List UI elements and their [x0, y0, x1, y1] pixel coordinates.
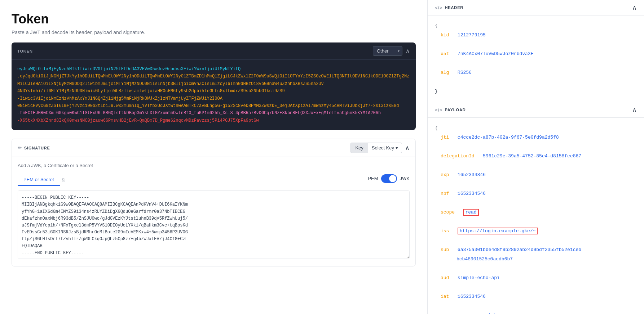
- key-button[interactable]: Key: [350, 143, 367, 153]
- right-panel: </> HEADER ∧ { kid 1212779195 x5t 7nK4AC…: [428, 0, 644, 314]
- payload-aud-value: simple-echo-api: [458, 275, 500, 281]
- payload-iss-row: iss https://login.example.gke/~: [435, 226, 637, 236]
- token-line-7: -X65tkX4XbXZnrd8IkQK0nwsNMC0jzauw66PmsvH…: [17, 118, 259, 123]
- payload-nbf-key: nbf: [441, 191, 449, 196]
- payload-iat-key: iat: [441, 294, 449, 299]
- payload-exp-row: exp 1652334846: [435, 170, 637, 180]
- payload-scope-row: scope read: [435, 208, 637, 217]
- pem-textarea[interactable]: -----BEGIN PUBLIC KEY----- MIIBIjANBgkqh…: [18, 190, 410, 259]
- payload-section: </> PAYLOAD ∧ { jti c4cce2dc-a87b-402a-9…: [428, 102, 644, 314]
- payload-sub-value-2: bcb48901525c0acdb6b7: [435, 256, 513, 262]
- token-line-1: eyJraWQiOiIxMjEyNzc5MTk1IiwieDV0IjoiN25L…: [17, 67, 241, 72]
- token-dropdown-wrapper: Other Bearer ▾: [373, 46, 402, 56]
- payload-iss-value: https://login.example.gke/~: [458, 228, 538, 234]
- pem-toggle-label: PEM: [368, 176, 378, 181]
- payload-delegationId-key: delegationId: [441, 153, 475, 159]
- sig-top-row: Add a JWK, a Certificate or a Secret: [18, 163, 410, 168]
- payload-open-brace: {: [435, 125, 438, 131]
- header-section-title: </> HEADER: [435, 5, 463, 10]
- left-panel: Token Paste a JWT and decode its header,…: [0, 0, 428, 314]
- token-line-6: -tmECfEJGRwCXmlG0kguwKwC1IStExU6-KBGQlsf…: [17, 111, 381, 116]
- payload-delegationId-value: 5961c29e-39a5-4752-85e4-d8158fee867: [483, 153, 581, 159]
- payload-delegationId-row: delegationId 5961c29e-39a5-4752-85e4-d81…: [435, 152, 637, 161]
- header-x5t-row: x5t 7nK4ACx07TuVwD5wJoz0rbdvaXE: [435, 49, 637, 59]
- jwk-toggle-label: JWK: [400, 176, 410, 181]
- payload-exp-value: 1652334846: [458, 172, 486, 178]
- chevron-down-icon: ▾: [396, 145, 398, 151]
- tab-pem-or-secret[interactable]: PEM or Secret: [18, 174, 60, 186]
- sig-hint: Add a JWK, a Certificate or a Secret: [18, 163, 93, 168]
- header-alg-key: alg: [441, 70, 449, 75]
- header-section: </> HEADER ∧ { kid 1212779195 x5t 7nK4AC…: [428, 0, 644, 102]
- payload-nbf-value: 1652334546: [458, 191, 486, 196]
- payload-nbf-row: nbf 1652334546: [435, 189, 637, 198]
- signature-label: ✏ SIGNATURE: [18, 145, 50, 151]
- toggle-knob: [389, 175, 396, 182]
- token-line-2: .eyJqdGkiOiJjNGNjZTJkYy1hODdiLTQwMmEtOWY…: [17, 74, 409, 86]
- select-key-button[interactable]: Select Key ▾: [368, 143, 402, 153]
- signature-header: ✏ SIGNATURE Key Select Key ▾ ∧: [12, 139, 415, 157]
- code-icon-payload: </>: [435, 107, 442, 113]
- header-collapse-button[interactable]: ∧: [632, 4, 637, 11]
- copy-tab-button[interactable]: ⎘: [60, 177, 67, 183]
- signature-section: ✏ SIGNATURE Key Select Key ▾ ∧ Add a JWK…: [12, 139, 416, 266]
- page-subtitle: Paste a JWT and decode its header, paylo…: [12, 30, 416, 35]
- payload-iss-key: iss: [441, 228, 449, 234]
- token-collapse-button[interactable]: ∧: [405, 48, 410, 54]
- tabs-row: PEM or Secret ⎘ PEM JWK: [18, 174, 410, 186]
- payload-purpose-row: purpose access_token: [435, 311, 637, 314]
- page-title: Token: [12, 12, 416, 27]
- payload-iat-value: 1652334546: [458, 294, 486, 299]
- payload-sub-value: 6a375a301bbe4d8f9b2892ab24d9bdf2355fb52e…: [458, 247, 581, 252]
- signature-collapse-button[interactable]: ∧: [405, 145, 410, 151]
- payload-scope-key: scope: [441, 210, 455, 215]
- token-line-3: 4NDYsIm5iZiI6MTY1MjMzNDU0NiwicGFyIjoiWFB…: [17, 89, 285, 94]
- token-body: eyJraWQiOiIxMjEyNzc5MTk1IiwieDV0IjoiN25L…: [12, 60, 416, 130]
- header-alg-value: RS256: [458, 70, 472, 75]
- header-alg-row: alg RS256: [435, 68, 637, 77]
- payload-scope-value: read: [463, 209, 478, 216]
- payload-aud-row: aud simple-echo-api: [435, 273, 637, 283]
- token-line-4: -Iiwic3ViIjoiNmEzNzVhMzAxYmJlNGQ4ZjliMjg…: [17, 96, 222, 101]
- payload-section-body: { jti c4cce2dc-a87b-402a-9f67-5e0fd9a2d5…: [428, 118, 644, 314]
- key-controls: Key Select Key ▾: [350, 143, 402, 153]
- header-kid-row: kid 1212779195: [435, 31, 637, 40]
- payload-sub-key: sub: [441, 247, 449, 252]
- payload-aud-key: aud: [441, 275, 449, 281]
- header-section-body: { kid 1212779195 x5t 7nK4ACx07TuVwD5wJoz…: [428, 15, 644, 102]
- payload-section-title: </> PAYLOAD: [435, 107, 466, 113]
- header-kid-key: kid: [441, 32, 449, 38]
- token-controls: Other Bearer ▾ ∧: [373, 46, 410, 56]
- header-close-brace: }: [435, 89, 438, 94]
- payload-purpose-value: access_token: [469, 313, 503, 314]
- payload-iat-row: iat 1652334546: [435, 292, 637, 301]
- payload-jti-value: c4cce2dc-a87b-402a-9f67-5e0fd9a2d5f8: [458, 135, 559, 140]
- payload-collapse-button[interactable]: ∧: [632, 107, 637, 113]
- signature-header-controls: Key Select Key ▾ ∧: [350, 143, 410, 153]
- pem-jwk-toggle-switch[interactable]: [381, 174, 397, 183]
- signature-body: Add a JWK, a Certificate or a Secret PEM…: [12, 157, 415, 266]
- token-section-header: TOKEN Other Bearer ▾ ∧: [12, 42, 416, 60]
- header-kid-value: 1212779195: [458, 32, 486, 38]
- token-section: TOKEN Other Bearer ▾ ∧ eyJraWQiOiIxMjEyN…: [12, 42, 416, 130]
- payload-exp-key: exp: [441, 172, 449, 178]
- code-icon-header: </>: [435, 5, 442, 10]
- token-type-select[interactable]: Other Bearer: [373, 46, 402, 56]
- header-x5t-value: 7nK4ACx07TuVwD5wJoz0rbdvaXE: [458, 51, 534, 57]
- header-section-header: </> HEADER ∧: [428, 0, 644, 15]
- token-line-5: 0NiwicHVycG9zZSI6ImFjY2Vzc190b2tlbiJ9.wx…: [17, 103, 399, 108]
- payload-sub-row: sub 6a375a301bbe4d8f9b2892ab24d9bdf2355f…: [435, 245, 637, 264]
- pencil-icon: ✏: [18, 145, 22, 151]
- payload-purpose-key: purpose: [441, 313, 460, 314]
- pem-jwk-toggle-row: PEM JWK: [368, 174, 410, 183]
- payload-section-header: </> PAYLOAD ∧: [428, 102, 644, 118]
- token-label: TOKEN: [17, 49, 33, 53]
- header-open-brace: {: [435, 23, 438, 28]
- header-x5t-key: x5t: [441, 51, 449, 57]
- payload-jti-key: jti: [441, 135, 449, 140]
- payload-jti-row: jti c4cce2dc-a87b-402a-9f67-5e0fd9a2d5f8: [435, 133, 637, 142]
